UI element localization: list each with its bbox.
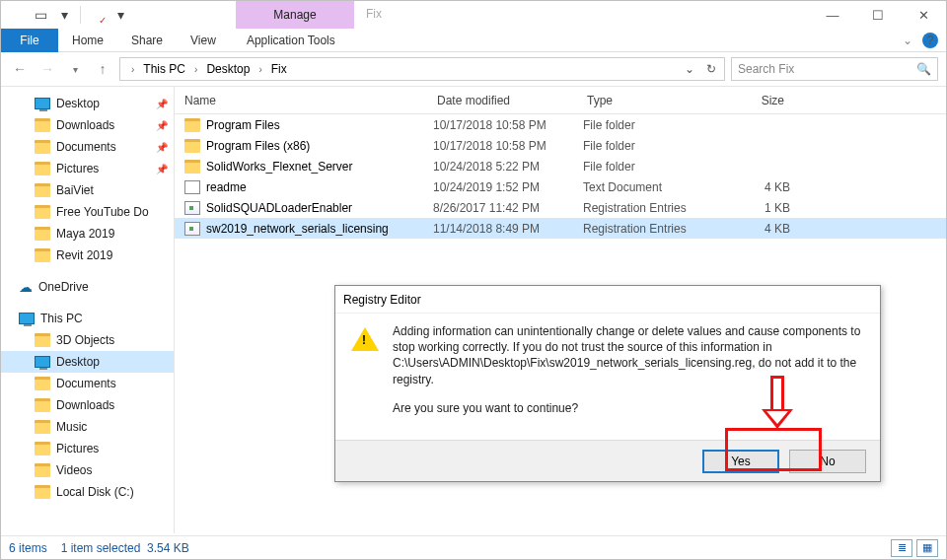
col-date[interactable]: Date modified <box>427 94 577 107</box>
refresh-icon[interactable]: ↻ <box>700 62 722 76</box>
file-row[interactable]: SolidWorks_Flexnet_Server10/24/2018 5:22… <box>175 156 946 176</box>
col-size[interactable]: Size <box>705 94 794 107</box>
tree-item-documents[interactable]: Documents <box>1 373 174 394</box>
file-row[interactable]: readme10/24/2019 1:52 PMText Document4 K… <box>175 176 946 197</box>
back-button[interactable]: ← <box>9 58 31 80</box>
tree-item-desktop[interactable]: Desktop📌 <box>1 93 174 114</box>
minimize-button[interactable]: — <box>810 1 855 29</box>
file-row[interactable]: Program Files10/17/2018 10:58 PMFile fol… <box>175 114 946 135</box>
nav-row: ← → ▾ ↑ › This PC › Desktop › Fix ⌄ ↻ Se… <box>1 52 946 86</box>
crumb-desktop[interactable]: Desktop <box>202 62 254 76</box>
qa-overflow-icon[interactable]: ▾ <box>110 5 130 25</box>
nav-tree[interactable]: Desktop📌Downloads📌Documents📌Pictures📌Bai… <box>1 87 175 533</box>
tree-item-documents[interactable]: Documents📌 <box>1 136 174 158</box>
status-selection: 1 item selected 3.54 KB <box>61 541 189 555</box>
qa-properties-icon[interactable]: ▭ <box>31 5 50 25</box>
window-title: Fix <box>366 7 382 21</box>
search-box[interactable]: Search Fix 🔍 <box>731 57 938 81</box>
address-bar[interactable]: › This PC › Desktop › Fix ⌄ ↻ <box>119 57 725 81</box>
tree-item-3d-objects[interactable]: 3D Objects <box>1 329 174 351</box>
col-type[interactable]: Type <box>577 94 705 107</box>
tree-item-onedrive[interactable]: ☁OneDrive <box>1 276 174 298</box>
tree-item-pictures[interactable]: Pictures📌 <box>1 158 174 179</box>
qa-checked-folder-icon[interactable]: ✓ <box>87 5 107 25</box>
search-icon: 🔍 <box>916 62 931 76</box>
ribbon: File Home Share View Application Tools ⌄… <box>1 29 946 52</box>
chevron-right-icon[interactable]: › <box>191 64 200 75</box>
search-placeholder: Search Fix <box>738 62 794 76</box>
tree-item-maya-2019[interactable]: Maya 2019 <box>1 223 174 245</box>
tree-item-music[interactable]: Music <box>1 416 174 438</box>
column-headers[interactable]: Name Date modified Type Size <box>175 87 946 114</box>
forward-button[interactable]: → <box>36 58 58 80</box>
dialog-title: Registry Editor <box>335 286 880 314</box>
tab-share[interactable]: Share <box>117 29 177 52</box>
file-row[interactable]: Program Files (x86)10/17/2018 10:58 PMFi… <box>175 135 946 156</box>
file-row[interactable]: SolidSQUADLoaderEnabler8/26/2017 11:42 P… <box>175 197 946 218</box>
address-dropdown-icon[interactable]: ⌄ <box>679 62 700 76</box>
view-details-button[interactable]: ≣ <box>891 539 912 557</box>
tree-item-downloads[interactable]: Downloads <box>1 394 174 416</box>
crumb-thispc[interactable]: This PC <box>139 62 189 76</box>
expand-ribbon-icon[interactable]: ⌄ <box>903 34 912 47</box>
tree-item-downloads[interactable]: Downloads📌 <box>1 114 174 136</box>
chevron-right-icon[interactable]: › <box>128 64 137 75</box>
file-row[interactable]: sw2019_network_serials_licensing11/14/20… <box>175 218 946 239</box>
file-tab[interactable]: File <box>1 29 58 52</box>
quick-access-toolbar: ▭ ▾ ✓ ▾ <box>1 1 946 29</box>
chevron-right-icon[interactable]: › <box>255 64 264 75</box>
tree-item-videos[interactable]: Videos <box>1 459 174 481</box>
window-controls: — ☐ ✕ <box>810 1 946 29</box>
tab-view[interactable]: View <box>177 29 230 52</box>
tab-application-tools[interactable]: Application Tools <box>232 29 350 52</box>
col-name[interactable]: Name <box>175 94 427 107</box>
view-icons-button[interactable]: ▦ <box>916 539 938 557</box>
qa-dropdown-icon[interactable]: ▾ <box>54 5 74 25</box>
annotation-arrow <box>770 376 802 429</box>
tree-item-pictures[interactable]: Pictures <box>1 438 174 459</box>
annotation-highlight-yes <box>725 428 822 471</box>
tree-item-revit-2019[interactable]: Revit 2019 <box>1 245 174 266</box>
context-tab-manage[interactable]: Manage <box>236 1 354 29</box>
status-bar: 6 items 1 item selected 3.54 KB ≣ ▦ <box>1 535 946 559</box>
close-button[interactable]: ✕ <box>901 1 946 29</box>
explorer-icon <box>7 5 27 25</box>
crumb-fix[interactable]: Fix <box>267 62 291 76</box>
up-button[interactable]: ↑ <box>92 58 113 80</box>
tree-item-local-disk-c-[interactable]: Local Disk (C:) <box>1 481 174 503</box>
help-icon[interactable]: ? <box>922 33 938 48</box>
tree-item-desktop[interactable]: Desktop <box>1 351 174 373</box>
tree-item-free-youtube-do[interactable]: Free YouTube Do <box>1 201 174 223</box>
recent-dropdown-icon[interactable]: ▾ <box>64 58 86 80</box>
tree-item-this-pc[interactable]: This PC <box>1 308 174 329</box>
maximize-button[interactable]: ☐ <box>855 1 901 29</box>
status-item-count: 6 items <box>9 541 47 555</box>
warning-icon <box>351 323 379 415</box>
tree-item-baiviet[interactable]: BaiViet <box>1 179 174 201</box>
tab-home[interactable]: Home <box>58 29 117 52</box>
